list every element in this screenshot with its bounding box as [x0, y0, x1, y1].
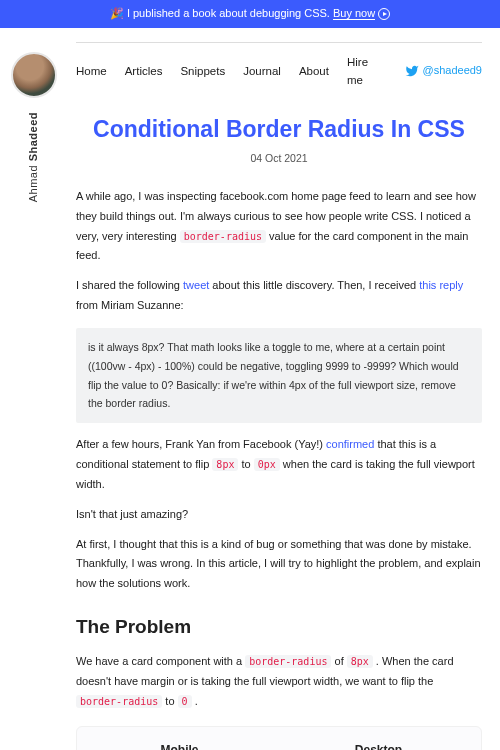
twitter-link[interactable]: @shadeed9	[405, 62, 483, 80]
paragraph: Isn't that just amazing?	[76, 505, 482, 525]
nav-about[interactable]: About	[299, 62, 329, 80]
paragraph: After a few hours, Frank Yan from Facebo…	[76, 435, 482, 494]
section-heading: The Problem	[76, 612, 482, 642]
inline-code: border-radius	[76, 695, 162, 708]
announcement-bar: 🎉 I published a book about debugging CSS…	[0, 0, 500, 28]
link-tweet[interactable]: tweet	[183, 279, 209, 291]
author-name-vertical: Ahmad Shadeed	[25, 112, 43, 202]
main-nav: Home Articles Snippets Journal About Hir…	[76, 43, 482, 106]
nav-journal[interactable]: Journal	[243, 62, 281, 80]
twitter-icon	[405, 64, 419, 78]
link-reply[interactable]: this reply	[419, 279, 463, 291]
desktop-column: Desktop border-radius: 8px ishadeed.com …	[286, 741, 471, 750]
announcement-link[interactable]: 🎉 I published a book about debugging CSS…	[110, 7, 390, 19]
paragraph: We have a card component with a border-r…	[76, 652, 482, 711]
post-date: 04 Oct 2021	[76, 150, 482, 167]
inline-code: border-radius	[180, 230, 266, 243]
article-body: A while ago, I was inspecting facebook.c…	[76, 187, 482, 750]
nav-articles[interactable]: Articles	[125, 62, 163, 80]
nav-home[interactable]: Home	[76, 62, 107, 80]
inline-code: 8px	[212, 458, 238, 471]
blockquote: is it always 8px? That math looks like a…	[76, 328, 482, 424]
play-circle-icon	[378, 8, 390, 20]
mobile-column: Mobile border-radius: 0px ishadeed.com A…	[87, 741, 272, 750]
inline-code: 0	[178, 695, 192, 708]
avatar[interactable]	[11, 52, 57, 98]
left-sidebar: Ahmad Shadeed	[0, 48, 68, 208]
nav-snippets[interactable]: Snippets	[180, 62, 225, 80]
mobile-heading: Mobile	[87, 741, 272, 750]
inline-code: border-radius	[245, 655, 331, 668]
party-icon: 🎉	[110, 7, 124, 19]
paragraph: A while ago, I was inspecting facebook.c…	[76, 187, 482, 266]
desktop-heading: Desktop	[286, 741, 471, 750]
nav-hire[interactable]: Hire me	[347, 53, 387, 90]
paragraph: I shared the following tweet about this …	[76, 276, 482, 316]
inline-code: 8px	[347, 655, 373, 668]
link-confirmed[interactable]: confirmed	[326, 438, 374, 450]
buy-now-link[interactable]: Buy now	[333, 7, 375, 20]
paragraph: At first, I thought that this is a kind …	[76, 535, 482, 594]
inline-code: 0px	[254, 458, 280, 471]
comparison-figure: Mobile border-radius: 0px ishadeed.com A…	[76, 726, 482, 750]
page-title: Conditional Border Radius In CSS	[76, 111, 482, 148]
